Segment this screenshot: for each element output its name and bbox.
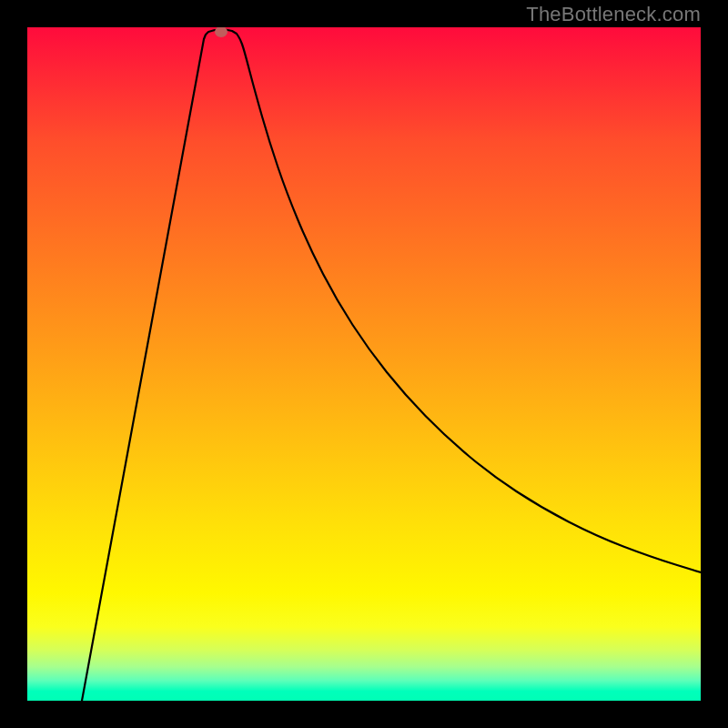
plot-area	[27, 27, 701, 701]
curve-svg	[27, 27, 701, 701]
chart-frame: TheBottleneck.com	[0, 0, 728, 728]
bottleneck-curve	[82, 29, 701, 701]
watermark-label: TheBottleneck.com	[526, 3, 701, 26]
